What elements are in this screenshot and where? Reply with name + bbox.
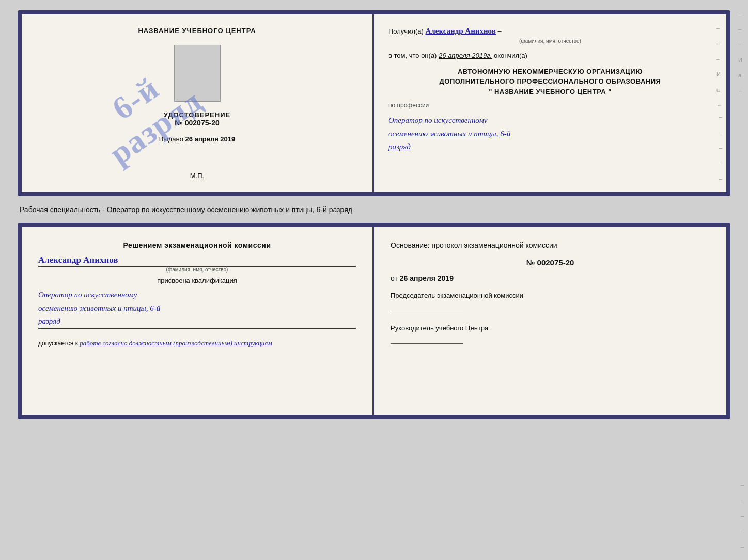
by-profession-label: по профессии — [388, 102, 712, 109]
cert-doc-number: № 002075-20 — [175, 119, 219, 127]
qual-heading: Решением экзаменационной комиссии — [38, 239, 356, 251]
qual-date: 26 апреля 2019 — [400, 274, 454, 282]
qual-allowed-text: работе согласно должностным (производств… — [80, 339, 272, 347]
qual-assigned-label: присвоена квалификация — [38, 277, 356, 284]
recipient-name: Александр Анихнов — [426, 27, 496, 35]
chairman-signature-line — [391, 302, 463, 311]
qual-name-block: Александр Анихнов (фамилия, имя, отчеств… — [38, 255, 356, 273]
side-marks-qual-right-bottom: ––––– — [741, 482, 744, 550]
profession-line2: осеменению животных и птицы, 6-й — [388, 127, 712, 141]
in-that-label: в том, что он(а) — [388, 52, 437, 59]
manager-signature-line — [391, 334, 463, 344]
date-prefix: от — [391, 274, 398, 282]
qual-date-block: от 26 апреля 2019 — [391, 274, 710, 282]
qual-left-page: Решением экзаменационной комиссии Алекса… — [22, 227, 374, 415]
org-lines: АВТОНОМНУЮ НЕКОММЕРЧЕСКУЮ ОРГАНИЗАЦИЮ ДО… — [388, 67, 712, 97]
chairman-label: Председатель экзаменационной комиссии — [391, 290, 710, 301]
qual-right-page: Основание: протокол экзаменационной коми… — [374, 227, 726, 415]
basis-label: Основание: протокол экзаменационной коми… — [391, 239, 710, 251]
qual-profession-line1: Оператор по искусственному — [38, 289, 356, 302]
qual-allowed-label: допускается к — [38, 340, 78, 347]
qualification-spread: Решением экзаменационной комиссии Алекса… — [18, 223, 730, 419]
org-line2: ДОПОЛНИТЕЛЬНОГО ПРОФЕССИОНАЛЬНОГО ОБРАЗО… — [388, 76, 712, 87]
qual-allowed-block: допускается к работе согласно должностны… — [38, 339, 356, 347]
qual-name: Александр Анихнов — [38, 255, 356, 267]
cert-issued-label: Выдано — [159, 135, 183, 143]
chairman-block: Председатель экзаменационной комиссии — [391, 290, 710, 315]
cert-issued-date: 26 апреля 2019 — [185, 135, 236, 143]
in-that-line: в том, что он(а) 26 апреля 2019г. окончи… — [388, 51, 712, 61]
org-quote: " НАЗВАНИЕ УЧЕБНОГО ЦЕНТРА " — [388, 87, 712, 97]
certificate-spread: НАЗВАНИЕ УЧЕБНОГО ЦЕНТРА УДОСТОВЕРЕНИЕ №… — [18, 10, 730, 196]
qual-number: № 002075-20 — [391, 258, 710, 267]
qual-name-sub: (фамилия, имя, отчество) — [38, 267, 356, 273]
received-label: Получил(а) — [388, 27, 424, 35]
completion-date: 26 апреля 2019г. — [439, 52, 492, 59]
subtitle: Рабочая специальность - Оператор по иску… — [18, 205, 730, 214]
dash1: – — [497, 27, 501, 35]
side-marks-qual-right: –––Иа← — [738, 10, 744, 94]
name-sub: (фамилия, имя, отчество) — [388, 37, 712, 45]
qual-profession-block: Оператор по искусственному осеменению жи… — [38, 289, 356, 329]
org-line1: АВТОНОМНУЮ НЕКОММЕРЧЕСКУЮ ОРГАНИЗАЦИЮ — [388, 67, 712, 77]
side-marks-right-bottom: ––––– — [719, 114, 722, 182]
cert-issued: Выдано 26 апреля 2019 — [159, 135, 236, 143]
cert-top-title: НАЗВАНИЕ УЧЕБНОГО ЦЕНТРА — [138, 27, 256, 35]
cert-right-page: Получил(а) Александр Анихнов – (фамилия,… — [374, 14, 726, 192]
photo-placeholder — [174, 45, 221, 102]
qual-profession-line3: разряд — [38, 315, 356, 328]
cert-doc-label: УДОСТОВЕРЕНИЕ — [164, 111, 230, 119]
profession-line1: Оператор по искусственному — [388, 114, 712, 127]
finished-label: окончил(а) — [494, 52, 527, 59]
stamp-overlay: 6-й разряд — [30, 10, 261, 196]
profession-text: Оператор по искусственному осеменению жи… — [388, 114, 712, 154]
side-marks-right: –––Иа← — [716, 25, 722, 108]
mp-label: М.П. — [190, 167, 204, 180]
received-line: Получил(а) Александр Анихнов – (фамилия,… — [388, 25, 712, 45]
manager-label: Руководитель учебного Центра — [391, 322, 710, 334]
qual-profession-line2: осеменению животных и птицы, 6-й — [38, 302, 356, 315]
manager-block: Руководитель учебного Центра — [391, 322, 710, 347]
profession-line3: разряд — [388, 140, 712, 154]
stamp-text-line1: 6-й — [106, 70, 166, 126]
cert-left-page: НАЗВАНИЕ УЧЕБНОГО ЦЕНТРА УДОСТОВЕРЕНИЕ №… — [22, 14, 374, 192]
